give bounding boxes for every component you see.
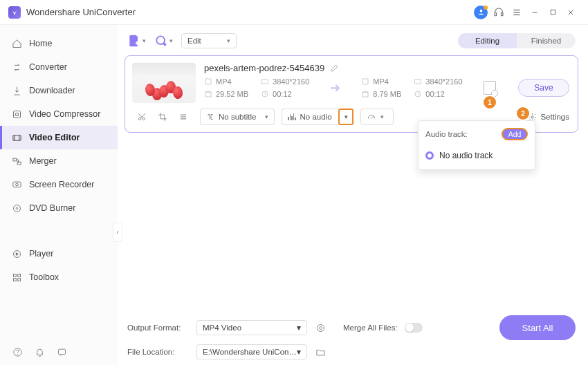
rename-pencil-icon[interactable] — [330, 64, 339, 73]
sidebar-item-label: Video Editor — [29, 133, 80, 142]
sidebar-item-toolbox[interactable]: Toolbox — [0, 265, 118, 289]
grid-icon — [11, 272, 22, 283]
svg-rect-30 — [362, 79, 368, 84]
window-maximize-icon[interactable] — [544, 3, 562, 21]
resolution-icon — [414, 77, 422, 86]
audio-option-label: No audio track — [439, 151, 493, 160]
svg-rect-19 — [13, 274, 16, 277]
sidebar-item-downloader[interactable]: Downloader — [0, 79, 118, 102]
size-icon — [361, 90, 369, 98]
add-audio-button[interactable]: Add — [502, 128, 528, 140]
svg-rect-1 — [495, 12, 497, 15]
svg-point-26 — [156, 36, 165, 44]
format-settings-icon[interactable] — [314, 321, 327, 334]
duration-icon — [414, 90, 422, 98]
sidebar-item-home[interactable]: Home — [0, 32, 118, 55]
sidebar-footer — [0, 339, 118, 365]
start-all-button[interactable]: Start All — [499, 315, 576, 340]
trim-scissors-icon[interactable] — [136, 111, 147, 122]
svg-point-24 — [17, 354, 18, 355]
play-icon — [11, 248, 22, 259]
app-title: Wondershare UniConverter — [26, 7, 136, 17]
input-meta: MP4 3840*2160 29.52 MB 00:12 — [204, 77, 309, 98]
window-close-icon[interactable] — [562, 3, 580, 21]
output-settings-icon[interactable] — [484, 81, 496, 95]
converter-icon — [11, 62, 22, 73]
notification-bell-icon[interactable] — [33, 346, 46, 358]
sidebar: Home Converter Downloader Video Compress… — [0, 25, 118, 365]
more-list-icon[interactable] — [178, 111, 189, 122]
svg-rect-25 — [58, 349, 65, 355]
subtitle-icon — [206, 113, 214, 121]
file-location-select[interactable]: E:\Wondershare UniConverter ▾ — [196, 344, 307, 359]
add-file-icon — [127, 33, 141, 48]
svg-point-17 — [16, 207, 18, 209]
add-url-button[interactable]: ▾ — [154, 33, 173, 48]
edit-mode-label: Edit — [187, 37, 201, 45]
sidebar-item-label: DVD Burner — [29, 203, 75, 213]
merge-label: Merge All Files: — [343, 324, 398, 332]
video-thumbnail[interactable] — [132, 63, 196, 103]
file-settings-button[interactable]: Settings — [528, 113, 569, 122]
svg-rect-2 — [501, 12, 503, 15]
home-icon — [11, 38, 22, 49]
svg-point-33 — [138, 118, 141, 120]
sidebar-item-dvd-burner[interactable]: DVD Burner — [0, 196, 118, 220]
sidebar-item-label: Toolbox — [29, 272, 59, 282]
sidebar-item-screen-recorder[interactable]: Screen Recorder — [0, 173, 118, 196]
audio-option-none[interactable]: No audio track — [419, 146, 535, 165]
svg-point-34 — [143, 118, 145, 120]
hamburger-menu-icon[interactable] — [508, 3, 526, 21]
save-button[interactable]: Save — [518, 79, 569, 97]
audio-wave-icon — [288, 113, 296, 120]
help-icon[interactable] — [11, 346, 24, 358]
feedback-icon[interactable] — [55, 346, 68, 358]
open-folder-icon[interactable] — [314, 346, 327, 358]
audio-select[interactable]: No audio — [282, 109, 338, 125]
add-file-button[interactable]: ▾ — [127, 33, 146, 48]
add-url-icon — [154, 33, 168, 48]
user-account-icon[interactable] — [472, 3, 490, 21]
speed-select[interactable]: ▾ — [360, 109, 394, 125]
svg-point-38 — [531, 115, 533, 118]
sidebar-item-label: Video Compressor — [29, 109, 100, 119]
svg-rect-28 — [262, 79, 268, 84]
merge-toggle[interactable] — [405, 323, 423, 333]
tab-finished[interactable]: Finished — [517, 33, 576, 48]
edit-mode-select[interactable]: Edit▾ — [181, 33, 237, 48]
audio-track-dropdown: Audio track: Add No audio track — [418, 120, 535, 170]
sidebar-item-video-editor[interactable]: Video Editor — [0, 126, 118, 149]
output-format-value: MP4 Video — [203, 324, 241, 332]
svg-point-16 — [13, 205, 20, 212]
sidebar-item-converter[interactable]: Converter — [0, 55, 118, 79]
subtitle-label: No subtitle — [219, 113, 261, 121]
tab-editing[interactable]: Editing — [458, 33, 517, 48]
sidebar-item-player[interactable]: Player — [0, 242, 118, 265]
format-icon — [204, 77, 212, 86]
output-format-select[interactable]: MP4 Video ▾ — [196, 320, 307, 335]
crop-icon[interactable] — [157, 111, 168, 122]
sidebar-item-label: Downloader — [29, 86, 75, 95]
merge-icon — [11, 156, 22, 167]
radio-selected-icon — [425, 151, 434, 160]
audio-dropdown-toggle[interactable]: ▾ — [338, 109, 353, 125]
record-icon — [11, 179, 22, 190]
subtitle-select[interactable]: No subtitle ▾ — [200, 109, 275, 125]
chevron-down-icon: ▾ — [380, 113, 384, 120]
disc-icon — [11, 203, 22, 214]
sidebar-item-merger[interactable]: Merger — [0, 149, 118, 173]
sidebar-item-video-compressor[interactable]: Video Compressor — [0, 102, 118, 126]
speed-gauge-icon — [367, 112, 376, 122]
sidebar-collapse-icon[interactable] — [113, 223, 122, 242]
title-bar: Wondershare UniConverter — [0, 0, 588, 25]
audio-track-header: Audio track: — [425, 130, 468, 138]
chevron-down-icon: ▾ — [169, 37, 173, 44]
window-minimize-icon[interactable] — [526, 3, 544, 21]
svg-point-39 — [319, 326, 322, 329]
svg-rect-14 — [12, 182, 20, 187]
support-headset-icon[interactable] — [490, 3, 508, 21]
callout-badge-1: 1 — [484, 96, 496, 109]
footer: Output Format: MP4 Video ▾ Merge All Fil… — [125, 311, 578, 359]
svg-point-0 — [479, 10, 482, 12]
svg-point-15 — [15, 183, 18, 186]
